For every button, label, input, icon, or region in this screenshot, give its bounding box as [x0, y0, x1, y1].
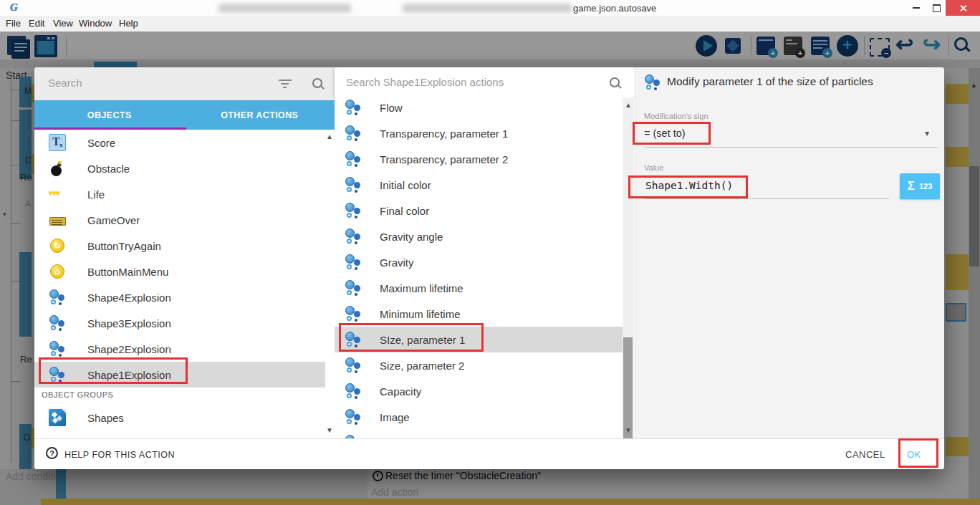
ok-button[interactable]: OK	[907, 449, 921, 460]
list-item[interactable]: Final color	[335, 198, 623, 223]
list-item[interactable]: Image	[335, 404, 623, 430]
particle-emitter-icon	[345, 125, 362, 142]
menu-file[interactable]: File	[6, 18, 21, 29]
chevron-down-icon[interactable]	[925, 128, 929, 138]
redo-icon[interactable]	[923, 34, 941, 55]
help-link[interactable]: HELP FOR THIS ACTION	[64, 450, 175, 460]
add-action-link[interactable]: Add action	[371, 486, 418, 498]
list-item[interactable]: Shapes	[34, 405, 325, 431]
event-color-bar	[19, 110, 32, 179]
list-item-selected[interactable]: SIze, parameter 1	[335, 327, 623, 352]
dialog-footer: HELP FOR THIS ACTION CANCEL OK	[34, 438, 944, 469]
search-icon[interactable]	[954, 37, 967, 50]
sigma-icon: Σ	[908, 179, 915, 193]
tab-other-actions[interactable]: OTHER ACTIONS	[185, 100, 335, 130]
project-manager-icon[interactable]	[7, 34, 32, 59]
list-item[interactable]: Obstacle	[34, 155, 325, 181]
debugger-icon[interactable]	[725, 38, 741, 54]
menu-help[interactable]: Help	[119, 18, 138, 29]
add-comment-icon[interactable]	[811, 37, 830, 55]
help-icon[interactable]	[46, 447, 58, 459]
list-item[interactable]: Minimum lifetime	[335, 301, 623, 327]
list-item[interactable]: Transparency, parameter 2	[335, 146, 623, 172]
scroll-up-icon[interactable]	[971, 82, 977, 89]
particle-emitter-icon	[49, 314, 66, 332]
action-parameters-panel: Modify parameter 1 of the size of partic…	[635, 67, 944, 438]
expression-builder-button[interactable]: Σ 123	[900, 173, 940, 199]
list-item[interactable]: Shape2Explosion	[34, 336, 325, 362]
value-input[interactable]	[644, 179, 883, 192]
add-subevent-icon[interactable]	[784, 37, 802, 55]
particle-emitter-icon	[345, 254, 362, 271]
value-field-label: Value	[644, 163, 663, 172]
scrollbar-track[interactable]	[969, 68, 980, 505]
list-item[interactable]: Score	[34, 130, 325, 155]
list-item[interactable]: Initial color	[335, 172, 623, 198]
object-group-icon	[49, 409, 66, 426]
list-item[interactable]: GameOver	[34, 207, 325, 233]
scroll-down-icon[interactable]: ▼	[326, 426, 333, 434]
particle-emitter-icon	[345, 279, 362, 297]
event-block	[41, 499, 980, 505]
gameover-banner-icon	[49, 211, 66, 229]
particle-emitter-icon	[345, 383, 362, 400]
menu-window[interactable]: Window	[79, 18, 112, 29]
action-search-input[interactable]	[345, 75, 584, 89]
close-button-icon[interactable]	[946, 0, 980, 16]
list-item[interactable]: Gravity	[335, 249, 623, 275]
list-item[interactable]: ButtonTryAgain	[34, 233, 325, 259]
list-item[interactable]: Life	[34, 181, 325, 207]
list-item[interactable]: Maximum lifetime	[335, 275, 623, 301]
retry-button-icon	[49, 237, 66, 254]
clipped-text: M	[24, 86, 32, 96]
particle-emitter-icon	[345, 176, 362, 193]
list-item[interactable]: Shape4Explosion	[34, 284, 325, 310]
list-item[interactable]: ButtonMainMenu	[34, 259, 325, 284]
event-tree-line	[11, 281, 20, 282]
menu-edit[interactable]: Edit	[29, 18, 44, 29]
search-icon[interactable]	[610, 77, 621, 89]
object-search-input[interactable]	[47, 76, 264, 90]
maximize-button-icon[interactable]	[927, 0, 946, 16]
event-color-bar	[19, 77, 32, 107]
particle-emitter-icon	[345, 408, 362, 425]
toolbar-separator	[948, 36, 949, 55]
list-item[interactable]	[335, 430, 623, 438]
scroll-down-icon[interactable]: ▼	[625, 426, 632, 434]
add-event-icon[interactable]	[756, 37, 775, 55]
delete-selection-icon[interactable]	[870, 38, 890, 57]
filter-icon[interactable]	[279, 80, 292, 88]
sign-select[interactable]: = (set to)	[644, 128, 686, 139]
scrollbar-thumb[interactable]	[969, 166, 979, 266]
action-list: Flow Transparency, parameter 1 Transpare…	[335, 98, 635, 438]
add-condition-link[interactable]: Add condition	[6, 471, 67, 482]
action-editor-dialog: OBJECTS OTHER ACTIONS Score Obstacle Lif…	[34, 67, 944, 469]
clipped-text: O	[24, 433, 30, 443]
undo-icon[interactable]	[895, 34, 913, 55]
list-item[interactable]: Gravity angle	[335, 223, 623, 249]
search-icon[interactable]	[312, 78, 324, 90]
scroll-up-icon[interactable]: ▲	[625, 101, 632, 109]
cancel-button[interactable]: CANCEL	[845, 449, 885, 460]
minimize-button-icon[interactable]	[907, 0, 926, 16]
scene-editor-icon[interactable]	[34, 35, 57, 57]
object-list: Score Obstacle Life GameOver ButtonTryAg…	[34, 130, 335, 438]
menu-view[interactable]: View	[53, 18, 73, 29]
scrollbar-thumb[interactable]	[623, 337, 633, 438]
event-action-text[interactable]: Reset the timer "ObstacleCreation"	[385, 470, 541, 481]
particle-emitter-icon	[49, 340, 66, 357]
event-tree-line	[11, 90, 20, 90]
add-event-type-icon[interactable]	[837, 35, 858, 57]
preview-play-icon[interactable]	[696, 35, 717, 57]
list-item[interactable]: Transparency, parameter 1	[335, 120, 623, 146]
scroll-up-icon[interactable]: ▲	[326, 133, 333, 140]
list-item[interactable]: Flow	[335, 98, 623, 120]
collapse-arrow-icon[interactable]	[3, 211, 6, 218]
list-item-selected[interactable]: Shape1Explosion	[34, 362, 325, 388]
list-item[interactable]: Size, parameter 2	[335, 352, 623, 378]
list-item[interactable]: Shape3Explosion	[34, 310, 325, 336]
tab-objects[interactable]: OBJECTS	[34, 100, 185, 130]
particle-emitter-icon	[345, 202, 362, 219]
clipped-text: A	[25, 199, 31, 209]
list-item[interactable]: Capacity	[335, 378, 623, 404]
